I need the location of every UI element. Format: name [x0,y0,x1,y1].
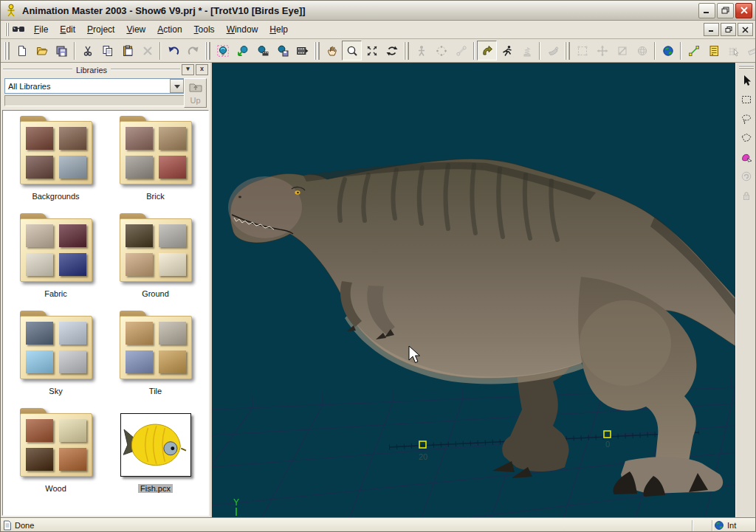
chevron-down-icon[interactable] [170,79,184,93]
image-thumbnail-box[interactable] [120,413,191,477]
texture-thumbnail [26,224,53,247]
library-item-sky[interactable]: Sky [6,313,106,400]
folder-icon[interactable] [20,413,92,477]
panel-collapse-button[interactable]: ▾ [182,64,194,75]
folder-icon[interactable] [120,316,192,379]
folder-icon[interactable] [20,218,92,282]
cut-scissors-button[interactable] [78,41,97,61]
svg-text:Y: Y [233,497,239,508]
library-item-tile[interactable]: Tile [106,313,205,400]
texture-thumbnail [126,127,153,150]
library-filter-select[interactable]: All Libraries [4,78,185,94]
zoom-region-button[interactable] [362,41,382,61]
turn-view-button[interactable] [382,41,402,61]
library-item-wood[interactable]: Wood [6,410,106,497]
birds-eye-viewport[interactable]: 20 0 Y [212,63,735,517]
horn-sound-icon [547,45,559,57]
folder-icon[interactable] [120,218,192,282]
undo-arrow-button[interactable] [163,41,183,61]
library-item-ground[interactable]: Ground [106,215,205,303]
grid-snap-button [724,41,743,61]
menu-file[interactable]: File [28,22,54,37]
select-arrow-icon [740,75,752,86]
close-button[interactable] [735,3,752,18]
render-save-button[interactable] [272,41,292,61]
library-item-label[interactable]: Backgrounds [30,192,81,201]
zoom-region-icon [366,45,378,57]
filmstrip-play-icon [297,45,309,57]
menu-window[interactable]: Window [221,22,264,37]
right-toolbar-gripper[interactable] [739,65,754,69]
toolbar-gripper[interactable] [404,42,409,60]
toolbar-gripper[interactable] [565,42,570,60]
keyframe-panel-button[interactable] [704,41,724,61]
menu-edit[interactable]: Edit [54,22,81,37]
render-movie-button[interactable] [252,41,272,61]
folder-icon[interactable] [120,121,192,184]
restore-button[interactable] [717,3,734,18]
menu-view[interactable]: View [120,22,151,37]
save-all-button[interactable] [52,41,72,61]
texture-thumbnail [59,156,86,179]
zoom-magnifier-button[interactable] [342,41,362,61]
brush-wand-button[interactable] [737,148,756,167]
texture-thumbnail [126,322,153,345]
y-axis-indicator: Y [233,497,239,516]
library-item-brick[interactable]: Brick [106,118,205,205]
trex-head-tone [228,176,302,238]
lasso-button[interactable] [737,109,756,128]
library-item-label[interactable]: Sky [47,387,64,395]
menu-action[interactable]: Action [151,22,188,37]
action-run-button[interactable] [497,41,517,61]
bound-box-button [572,41,592,61]
library-items-list: BackgroundsBrickFabricGroundSkyTileWoodF… [2,110,209,516]
folder-icon[interactable] [20,316,92,379]
menu-help[interactable]: Help [264,22,294,37]
pan-hand-button[interactable] [322,41,342,61]
mdi-restore-button[interactable] [721,23,736,36]
glasses-icon[interactable] [12,24,25,35]
select-arrow-button[interactable] [737,71,756,90]
texture-thumbnail [159,322,186,345]
texture-thumbnail [26,253,53,276]
render-preview-button[interactable] [213,41,233,61]
filmstrip-play-button[interactable] [292,41,312,61]
toolbar-gripper[interactable] [205,42,210,60]
library-item-label[interactable]: Ground [140,289,171,298]
copy-button[interactable] [97,41,117,61]
add-spline-button[interactable] [684,41,704,61]
library-item-fish-pcx[interactable]: Fish.pcx [106,410,205,497]
mdi-minimize-button[interactable] [704,23,719,36]
earth-globe-button[interactable] [658,41,678,61]
open-folder-button[interactable] [32,41,52,61]
library-item-label[interactable]: Fabric [42,289,69,298]
new-document-button[interactable] [12,41,32,61]
toolbar-separator [74,42,75,60]
mdi-close-button[interactable] [738,23,753,36]
polygon-lasso-button[interactable] [737,128,756,148]
library-item-fabric[interactable]: Fabric [6,215,106,303]
panel-close-button[interactable]: x [196,64,208,75]
texture-thumbnail [59,322,86,345]
libraries-panel-title: Libraries [76,66,107,75]
toolbar-gripper[interactable] [4,42,10,60]
menu-tools[interactable]: Tools [188,22,221,37]
right-toolbar [735,63,756,517]
toolbar-gripper[interactable] [315,42,320,60]
menu-project[interactable]: Project [81,22,120,37]
marquee-rect-button[interactable] [737,90,756,109]
minimize-button[interactable] [698,3,715,18]
menu-gripper[interactable] [5,23,9,36]
render-lock-button[interactable] [233,41,252,61]
library-item-label[interactable]: Wood [43,484,69,493]
libraries-panel-header[interactable]: Libraries ▾ x [3,64,208,75]
folder-icon[interactable] [20,121,92,184]
up-folder-button[interactable]: Up [184,78,207,108]
paste-button[interactable] [117,41,137,61]
model-points-button [431,41,451,61]
library-item-label[interactable]: Brick [144,192,166,201]
muscle-mode-button[interactable] [477,41,497,61]
library-item-backgrounds[interactable]: Backgrounds [6,118,106,205]
library-item-label[interactable]: Fish.pcx [138,484,173,493]
library-item-label[interactable]: Tile [147,387,164,395]
